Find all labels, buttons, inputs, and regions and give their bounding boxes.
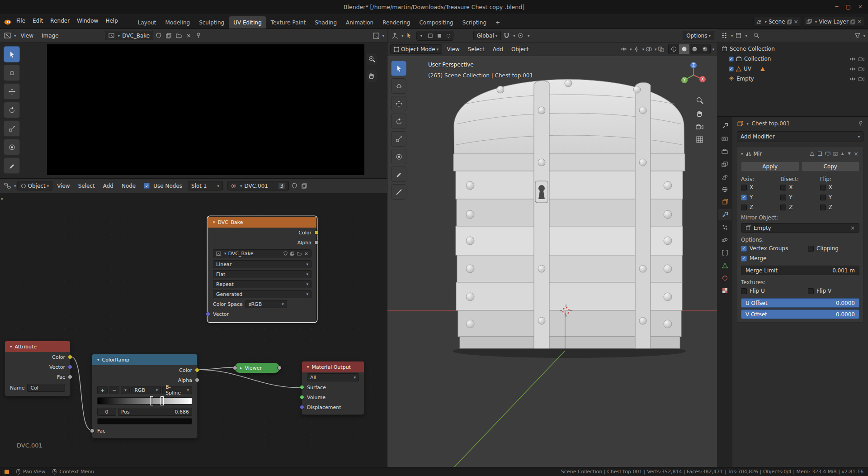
outliner-row-collection[interactable]: ✓ Collection [718,54,867,64]
ramp-stop-handle[interactable] [150,396,153,405]
hide-eye-icon[interactable] [849,57,856,62]
copy-button[interactable]: Copy [802,162,860,171]
bisect-x-checkbox[interactable]: X [780,184,820,190]
flip-x-checkbox[interactable]: X [820,184,859,190]
node-socket[interactable] [90,428,94,433]
gizmos-icon[interactable] [632,45,641,54]
shading-wireframe-icon[interactable] [669,44,679,54]
treasure-chest-model[interactable] [453,79,685,348]
unlink-image-icon[interactable]: × [184,31,193,40]
new-material-icon[interactable] [300,181,309,190]
visibility-eye-icon[interactable] [619,45,628,54]
ramp-remove-stop-button[interactable]: − [109,386,119,394]
active-tool-icon[interactable] [405,31,414,40]
disable-render-camera-icon[interactable] [858,57,864,62]
fake-user-shield-icon[interactable] [290,181,299,190]
ramp-stop-handle-active[interactable] [160,396,164,405]
tool-move[interactable] [4,83,20,100]
filter-icon[interactable] [853,31,862,40]
xray-toggle-icon[interactable] [656,45,665,54]
color-ramp-gradient[interactable] [97,397,192,405]
select-mode-2-icon[interactable] [426,31,435,40]
shading-material-icon[interactable] [689,44,700,54]
ramp-active-color-swatch[interactable] [97,418,192,424]
bisect-y-checkbox[interactable]: Y [780,194,820,200]
axis-x-checkbox[interactable]: X [741,184,780,190]
viewport-object-menu[interactable]: Object [508,43,533,55]
workspace-tab-layout[interactable]: Layout [133,16,161,29]
tool-cursor[interactable] [4,65,20,81]
node-socket[interactable] [233,366,237,370]
ramp-color-mode-dropdown[interactable]: RGB▾ [131,386,161,394]
tool-cursor[interactable] [391,78,406,94]
extension-dropdown[interactable]: Repeat▾ [213,280,311,288]
outliner-row-scene-collection[interactable]: Scene Collection [718,44,867,54]
fake-user-shield-icon[interactable] [283,251,288,256]
search-icon[interactable] [752,31,761,40]
new-view-layer-icon[interactable] [850,19,855,24]
node-header[interactable]: ▸ Viewer [235,363,279,373]
collapse-icon[interactable]: ▾ [307,365,309,369]
tool-tweak-select[interactable] [4,46,20,62]
uv-image-menu[interactable]: Image [38,30,62,42]
ramp-add-stop-button[interactable]: + [97,386,108,394]
collapse-icon[interactable]: ▸ [240,366,242,370]
editor-type-icon[interactable] [3,181,12,190]
tool-rotate[interactable] [4,102,20,118]
snap-magnet-icon[interactable] [502,31,511,40]
node-socket[interactable] [300,395,304,400]
editor-type-icon[interactable] [390,31,399,40]
node-socket[interactable] [195,378,199,382]
attribute-name-field[interactable]: Col [27,384,65,392]
tool-rotate[interactable] [391,114,406,129]
toggle-render-icon[interactable] [831,150,839,157]
menu-file[interactable]: File [13,15,29,29]
options-dropdown[interactable]: Options ▾ [683,31,714,40]
output-target-dropdown[interactable]: All▾ [307,373,359,381]
toggle-realtime-icon[interactable] [824,150,831,157]
menu-render[interactable]: Render [47,15,73,29]
tab-output[interactable] [718,146,731,157]
clipping-checkbox[interactable]: Clipping [808,245,859,252]
viewer-node[interactable]: ▸ Viewer [235,362,280,373]
node-socket[interactable] [300,405,304,409]
flip-v-checkbox[interactable]: Flip V [808,288,859,294]
tool-scale[interactable] [391,131,406,147]
add-modifier-dropdown[interactable]: Add Modifier ▾ [737,131,863,142]
source-dropdown[interactable]: Generated▾ [213,290,311,298]
tool-transform[interactable] [4,139,20,155]
unlink-scene-icon[interactable]: × [794,19,798,25]
node-view-menu[interactable]: View [53,180,73,192]
tab-constraints[interactable] [718,247,731,258]
overlays-icon[interactable] [644,45,653,54]
collapse-icon[interactable]: ▾ [97,357,99,362]
collapse-icon[interactable]: ▾ [741,152,743,156]
workspace-tab-scripting[interactable]: Scripting [458,16,491,29]
workspace-tab-uv-editing[interactable]: UV Editing [229,16,266,29]
select-mode-4-icon[interactable] [444,31,453,40]
editor-type-icon[interactable] [720,31,729,40]
pan-hand-icon[interactable] [365,70,378,82]
menu-window[interactable]: Window [73,15,102,29]
workspace-tab-compositing[interactable]: Compositing [415,16,458,29]
tab-particles[interactable] [718,222,731,233]
tool-scale[interactable] [4,120,20,137]
node-header[interactable]: ▾ DVC_Bake [208,217,316,228]
scene-selector[interactable]: ▾ Scene × [753,17,801,27]
baked-image-view[interactable] [47,44,364,175]
v-offset-slider[interactable]: V Offset 0.0000 [741,309,859,319]
merge-checkbox[interactable]: ✓Merge [741,255,808,262]
new-image-icon[interactable] [164,31,173,40]
clear-object-icon[interactable]: × [850,225,855,231]
unlink-image-icon[interactable]: × [304,251,308,257]
merge-limit-slider[interactable]: Merge Limit 0.001 m [741,266,859,275]
tool-transform[interactable] [391,149,406,164]
axis-z-checkbox[interactable]: Z [741,204,780,210]
workspace-tab-shading[interactable]: Shading [310,16,341,29]
material-datablock-selector[interactable]: ▾ DVC.001 3 [227,181,289,190]
remove-modifier-icon[interactable]: × [853,150,859,157]
attribute-node[interactable]: ▾ Attribute Color Vector Fac Name Col [5,341,71,396]
node-image-selector[interactable]: ▾ DVC_Bake × [213,249,311,257]
shading-rendered-icon[interactable] [700,44,710,54]
node-socket[interactable] [195,368,199,372]
